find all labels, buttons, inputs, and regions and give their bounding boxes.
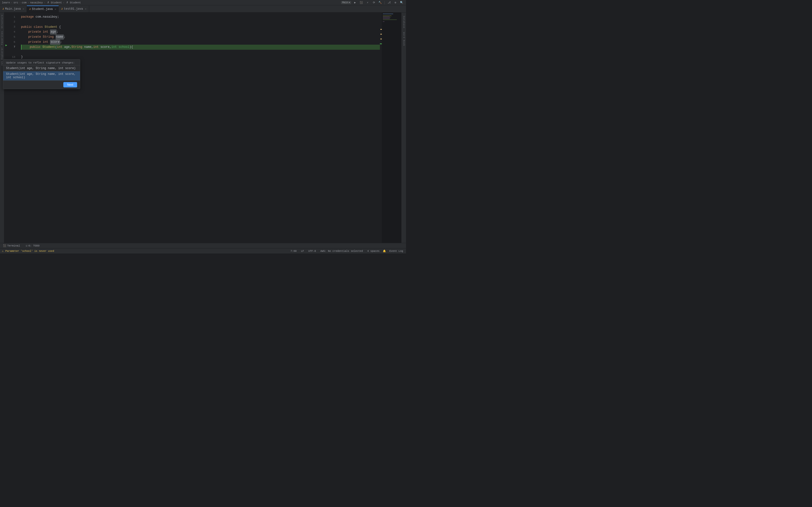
sep4: › <box>44 1 45 4</box>
todo-tab[interactable]: ☑ 6: TODO <box>25 243 41 248</box>
class-name-student: Student <box>45 24 57 30</box>
status-notification-icon: 🔔 <box>383 249 386 252</box>
breadcrumb-com[interactable]: com <box>22 1 27 4</box>
sep5: › <box>63 1 64 4</box>
tab-main-java-close[interactable]: ✕ <box>23 7 24 10</box>
run-config-badge[interactable]: Main ▼ <box>341 1 351 4</box>
tab-test01-java-label: test01.java <box>64 7 83 11</box>
popup-option-1-text: Student(int age, String name, int score) <box>6 67 75 70</box>
sep3: › <box>28 1 29 4</box>
status-line-ending[interactable]: LF <box>300 249 305 253</box>
chevron-down-icon: ▼ <box>349 1 350 4</box>
sep1: › <box>11 1 12 4</box>
mm-line-1 <box>383 13 393 14</box>
breadcrumb-student-method[interactable]: Student <box>70 1 81 4</box>
kw-class: class <box>34 24 43 30</box>
breadcrumb-learn[interactable]: learn <box>2 1 10 4</box>
terminal-tab[interactable]: ⬛ Terminal <box>2 243 21 248</box>
type-string: String <box>43 35 54 40</box>
status-right: 7:60 LF UTF-8 AWS: No credentials select… <box>290 249 404 253</box>
breadcrumb-student-class[interactable]: Student <box>51 1 62 4</box>
coverage-button[interactable]: ⚡ <box>365 0 370 5</box>
tabs-bar: J Main.java ✕ J Student.java ✕ J test01.… <box>0 5 406 12</box>
tab-main-java[interactable]: J Main.java ✕ <box>0 6 27 12</box>
profile-button[interactable]: ⟳ <box>371 0 376 5</box>
code-line-3: public class Student { <box>21 24 380 30</box>
param-school: school <box>117 45 130 50</box>
gutter-line-2 <box>4 18 8 23</box>
event-log-label[interactable]: Event Log <box>388 249 404 253</box>
status-warning-text: Parameter 'school' is never used <box>5 249 54 252</box>
mm-line-7 <box>383 19 397 20</box>
status-aws[interactable]: AWS: No credentials selected <box>319 249 364 253</box>
tab-student-java[interactable]: J Student.java ✕ <box>27 6 59 12</box>
gutter-line-4 <box>4 27 8 33</box>
status-position[interactable]: 7:60 <box>290 249 298 253</box>
var-name-highlight: name <box>56 35 64 40</box>
tab-main-java-icon: J <box>2 8 4 10</box>
toolbar-right: Main ▼ ▶ ⬛ ⚡ ⟳ 🔨 ⎇ ⚙ 🔍 <box>341 0 404 5</box>
gutter-icons: ▶ <box>4 12 8 243</box>
todo-icon: ☑ <box>26 244 28 247</box>
search-everywhere-button[interactable]: 🔍 <box>399 0 404 5</box>
mm-line-13 <box>383 21 385 22</box>
tab-main-java-label: Main.java <box>5 7 21 11</box>
vcs-button[interactable]: ⎇ <box>387 0 392 5</box>
code-line-7: public Student ( int age, String name, i… <box>21 45 380 50</box>
constructor-name: Student <box>43 45 55 50</box>
line-num-8 <box>8 50 17 55</box>
mm-line-3 <box>383 15 392 16</box>
kw-public: public <box>21 24 32 30</box>
tab-test01-java-icon: J <box>61 8 63 10</box>
database-panel-tab[interactable]: Database <box>403 14 405 30</box>
line-numbers: 1 2 3 4 5 6 7 13 14 <box>8 12 19 243</box>
debug-button[interactable]: ⬛ <box>359 0 364 5</box>
gutter-line-7-run[interactable]: ▶ <box>4 43 8 48</box>
settings-button[interactable]: ⚙ <box>393 0 398 5</box>
kw-package: package <box>21 14 34 19</box>
code-line-5: private String name ; <box>21 35 380 40</box>
next-button[interactable]: Next <box>63 82 77 88</box>
minimap-content <box>382 12 401 23</box>
var-age-highlight: age <box>50 30 57 35</box>
tab-test01-java[interactable]: J test01.java ✕ <box>59 6 89 12</box>
type-string-name: String <box>71 45 83 50</box>
signature-popup[interactable]: Update usages to reflect signature chang… <box>3 59 80 89</box>
kw-private-3: private <box>28 40 41 45</box>
line-num-1: 1 <box>8 14 17 19</box>
mm-line-6 <box>383 18 390 19</box>
popup-option-1[interactable]: Student(int age, String name, int score) <box>3 65 80 71</box>
line-num-5: 5 <box>8 35 17 40</box>
marker-green-1 <box>380 44 382 44</box>
right-panel: Database Word Book <box>401 12 406 243</box>
breadcrumb-src[interactable]: src <box>13 1 18 4</box>
build-button[interactable]: 🔨 <box>378 0 383 5</box>
line-num-7: 7 <box>8 45 17 50</box>
status-left: ⚠ Parameter 'school' is never used <box>2 249 54 252</box>
mm-line-5 <box>383 17 391 18</box>
line-num-6: 6 <box>8 40 17 45</box>
tab-student-java-close[interactable]: ✕ <box>55 8 56 11</box>
run-button[interactable]: ▶ <box>353 0 357 5</box>
warning-icon: ⚠ <box>2 249 3 252</box>
minimap <box>382 12 401 243</box>
java-file-icon: J <box>46 1 50 4</box>
structure-label[interactable]: Structure <box>1 13 3 30</box>
type-int-school: int <box>111 45 117 50</box>
status-indent[interactable]: 4 spaces <box>366 249 380 253</box>
status-encoding[interactable]: UTF-8 <box>307 249 317 253</box>
gutter-line-5 <box>4 33 8 38</box>
line-num-4: 4 <box>8 30 17 35</box>
tab-test01-java-close[interactable]: ✕ <box>85 7 87 10</box>
word-book-panel-tab[interactable]: Word Book <box>403 31 405 48</box>
breadcrumb-nasaiboy[interactable]: nasaiboy <box>30 1 43 4</box>
mm-line-4 <box>383 16 390 17</box>
code-line-1: package com.nasaiboy; <box>21 14 380 19</box>
favorites-label[interactable]: Favorites <box>1 30 3 46</box>
gutter-line-6 <box>4 38 8 43</box>
popup-option-2[interactable]: Student(int age, String name, int score,… <box>3 71 80 80</box>
type-int-score: int <box>93 45 99 50</box>
kw-private-2: private <box>28 35 41 40</box>
todo-label: 6: TODO <box>28 244 39 247</box>
code-editor[interactable]: package com.nasaiboy; public class Stude… <box>19 12 380 243</box>
